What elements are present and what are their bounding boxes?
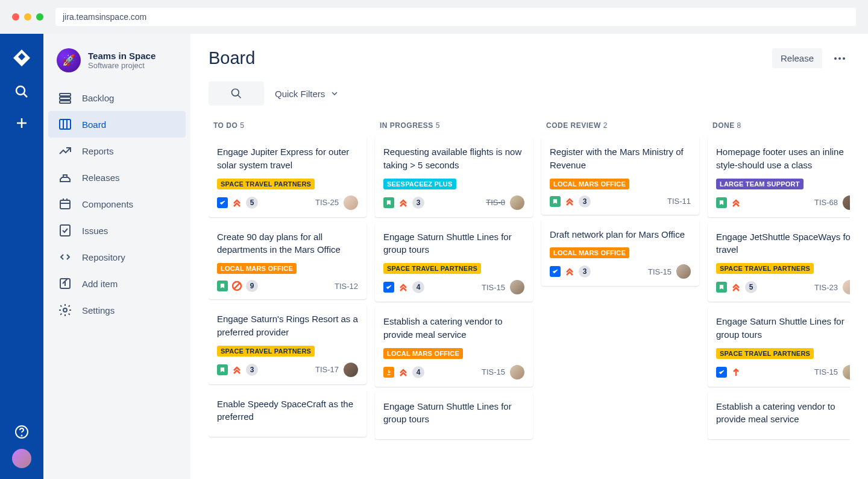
sidebar-item-label: Backlog — [82, 93, 114, 103]
card-footer: 3 TIS-11 — [550, 195, 691, 208]
issue-card[interactable]: Engage Saturn Shuttle Lines for group to… — [708, 306, 850, 387]
page-title: Board — [209, 48, 255, 68]
project-header[interactable]: 🚀 Teams in Space Software project — [48, 48, 186, 84]
card-footer: 4 TIS-15 — [383, 280, 524, 294]
story-points: 3 — [579, 195, 591, 208]
issue-card[interactable]: Register with the Mars Ministry of Reven… — [541, 137, 699, 215]
subtask-type-icon — [383, 367, 394, 378]
issue-card[interactable]: Create 90 day plans for all departments … — [209, 222, 366, 300]
main-content: Board Release Quick Filters TO — [190, 34, 868, 479]
more-actions-button[interactable] — [829, 52, 850, 65]
help-icon[interactable] — [14, 425, 29, 439]
issue-card[interactable]: Engage Saturn Shuttle Lines for group to… — [375, 392, 533, 440]
assignee-avatar[interactable] — [843, 195, 850, 210]
issue-card[interactable]: Engage JetShuttle SpaceWays for travel S… — [708, 222, 850, 302]
sidebar-item-add[interactable]: Add item — [48, 270, 186, 297]
profile-avatar[interactable] — [12, 449, 31, 468]
releases-icon — [58, 170, 72, 185]
task-type-icon — [550, 266, 561, 277]
assignee-avatar[interactable] — [510, 195, 524, 210]
sidebar-item-settings[interactable]: Settings — [48, 297, 186, 323]
assignee-avatar[interactable] — [510, 280, 524, 294]
board-search[interactable] — [209, 81, 264, 106]
assignee-avatar[interactable] — [344, 195, 358, 210]
sidebar-item-issues[interactable]: Issues — [48, 217, 186, 244]
card-footer: 5 TIS-25 — [217, 195, 358, 210]
svg-rect-7 — [60, 97, 71, 100]
epic-label: LARGE TEAM SUPPORT — [716, 179, 804, 189]
epic-label: SPACE TRAVEL PARTNERS — [716, 348, 814, 359]
issue-card[interactable]: Engage Saturn Shuttle Lines for group to… — [375, 222, 533, 302]
epic-label: LOCAL MARS OFFICE — [550, 179, 629, 189]
sidebar-item-label: Repository — [82, 252, 125, 262]
assignee-avatar[interactable] — [843, 280, 850, 294]
project-logo-icon: 🚀 — [57, 48, 81, 72]
epic-label: SPACE TRAVEL PARTNERS — [383, 263, 481, 274]
card-title: Homepage footer uses an inline style-sho… — [716, 145, 850, 172]
issue-card[interactable]: Homepage footer uses an inline style-sho… — [708, 137, 850, 217]
assignee-avatar[interactable] — [843, 365, 850, 379]
card-footer: 4 TIS-15 — [383, 365, 524, 379]
kanban-board: TO DO 5 Engage Jupiter Express for outer… — [209, 116, 850, 465]
issue-card[interactable]: Enable Speedy SpaceCraft as the preferre… — [209, 389, 366, 437]
sidebar-item-components[interactable]: Components — [48, 191, 186, 217]
window-minimize-icon[interactable] — [24, 13, 31, 21]
board-filters: Quick Filters — [209, 81, 850, 106]
sidebar-item-repository[interactable]: Repository — [48, 244, 186, 270]
issue-key: TIS-11 — [667, 197, 691, 206]
chevron-down-icon — [330, 89, 339, 98]
issue-card[interactable]: Engage Jupiter Express for outer solar s… — [209, 137, 366, 217]
sidebar-item-backlog[interactable]: Backlog — [48, 84, 186, 111]
window-close-icon[interactable] — [12, 13, 19, 21]
sidebar-item-board[interactable]: Board — [48, 111, 186, 138]
repository-icon — [58, 250, 72, 264]
svg-point-0 — [16, 86, 25, 95]
board-column: DONE 8 Homepage footer uses an inline st… — [708, 116, 850, 465]
card-footer: 3 TIS-15 — [550, 264, 691, 279]
story-points: 5 — [745, 281, 757, 293]
story-points: 5 — [246, 197, 258, 209]
board-icon — [58, 117, 72, 132]
epic-label: SPACE TRAVEL PARTNERS — [217, 179, 315, 189]
issue-card[interactable]: Engage Saturn's Rings Resort as a prefer… — [209, 304, 366, 384]
assignee-avatar[interactable] — [676, 264, 691, 279]
svg-rect-12 — [60, 200, 70, 209]
column-header: TO DO 5 — [209, 116, 366, 137]
sidebar-item-reports[interactable]: Reports — [48, 138, 186, 164]
global-nav-rail — [0, 34, 43, 479]
issue-key: TIS-8 — [486, 198, 505, 207]
issue-key: TIS-15 — [482, 283, 505, 292]
search-icon[interactable] — [14, 84, 29, 99]
card-footer: TIS-15 — [716, 365, 850, 379]
priority-highest-icon — [564, 196, 575, 207]
create-icon[interactable] — [14, 116, 29, 130]
assignee-avatar[interactable] — [344, 363, 358, 377]
issue-card[interactable]: Establish a catering vendor to provide m… — [708, 392, 850, 440]
card-footer: 9 TIS-12 — [217, 280, 358, 292]
quick-filters-dropdown[interactable]: Quick Filters — [275, 89, 339, 99]
release-button[interactable]: Release — [772, 48, 822, 68]
issues-icon — [58, 223, 72, 238]
card-title: Enable Speedy SpaceCraft as the preferre… — [217, 398, 358, 424]
issue-key: TIS-15 — [814, 367, 838, 376]
svg-line-1 — [24, 94, 27, 97]
card-title: Engage Saturn Shuttle Lines for group to… — [716, 315, 850, 341]
column-cards: Engage Jupiter Express for outer solar s… — [209, 137, 366, 437]
jira-logo-icon[interactable] — [12, 48, 31, 68]
window-maximize-icon[interactable] — [36, 13, 43, 21]
components-icon — [58, 197, 72, 211]
sidebar-item-releases[interactable]: Releases — [48, 164, 186, 191]
url-bar[interactable]: jira.teamsinspace.com — [55, 8, 856, 26]
column-header: DONE 8 — [708, 116, 850, 137]
column-header: CODE REVIEW 2 — [541, 116, 699, 137]
priority-highest-icon — [398, 197, 409, 208]
issue-card[interactable]: Draft network plan for Mars Office LOCAL… — [541, 220, 699, 287]
story-type-icon — [217, 364, 228, 375]
story-points: 9 — [246, 280, 258, 292]
issue-card[interactable]: Establish a catering vendor to provide m… — [375, 306, 533, 387]
more-icon — [834, 57, 837, 60]
assignee-avatar[interactable] — [510, 365, 524, 379]
issue-card[interactable]: Requesting available flights is now taki… — [375, 137, 533, 217]
sidebar-item-label: Board — [82, 119, 106, 130]
priority-high-icon — [731, 367, 741, 378]
